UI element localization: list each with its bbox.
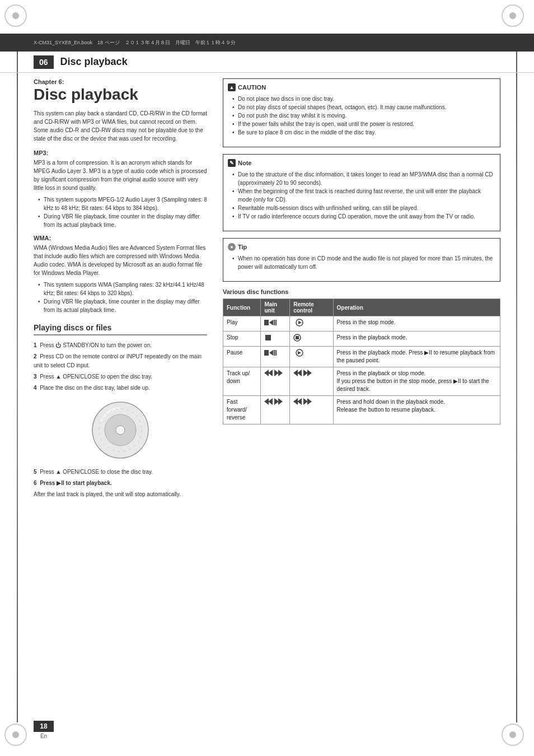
row-play-function: Play — [223, 316, 261, 332]
row-stop-operation: Press in the playback mode. — [333, 332, 500, 347]
footer: 18 En — [34, 721, 500, 739]
note-title: ✎ Note — [228, 159, 495, 167]
svg-marker-33 — [293, 398, 298, 405]
caution-bullet-1: Do not place two discs in one disc tray. — [233, 95, 495, 103]
play-main-icon — [264, 319, 277, 326]
row-track-operation: Press in the playback or stop mode. If y… — [333, 367, 500, 396]
step-3: 3 Press ▲ OPEN/CLOSE to open the disc tr… — [34, 372, 207, 381]
fast-rev-remote-icon — [303, 398, 312, 405]
disc-illustration — [90, 399, 151, 461]
caution-bullet-4: If the power fails whilst the tray is op… — [233, 120, 495, 128]
mp3-bullets: This system supports MPEG-1/2 Audio Laye… — [34, 195, 207, 229]
corner-decoration-br — [502, 724, 530, 752]
tip-box: ● Tip When no operation has done in CD m… — [223, 238, 500, 282]
pause-main-icon — [264, 349, 277, 357]
file-info: X-CM31_SYXE8_En.book 18 ページ ２０１３年４月８日 月曜… — [34, 39, 236, 46]
caution-bullets: Do not place two discs in one disc tray.… — [228, 95, 495, 137]
svg-marker-31 — [274, 398, 279, 405]
page-number: 18 — [34, 721, 54, 732]
chapter-main-title: Disc playback — [34, 86, 207, 104]
track-up-main-icon — [264, 370, 273, 376]
page-lang: En — [34, 733, 54, 739]
tip-bullet-1: When no operation has done in CD mode an… — [233, 254, 495, 271]
svg-marker-35 — [303, 398, 308, 405]
svg-marker-29 — [264, 398, 269, 405]
step-text-2: Press CD on the remote control or INPUT … — [34, 353, 202, 368]
wma-bullets: This system supports WMA (Sampling rates… — [34, 281, 207, 314]
svg-marker-32 — [278, 398, 283, 405]
svg-point-2 — [116, 426, 125, 435]
tip-title: ● Tip — [228, 243, 495, 251]
row-track-remote — [290, 367, 333, 396]
disc-image-container — [34, 399, 207, 461]
row-track-function: Track up/ down — [223, 367, 261, 396]
svg-marker-20 — [298, 351, 301, 354]
svg-rect-6 — [274, 320, 275, 325]
row-play-operation: Press in the stop mode. — [333, 316, 500, 332]
step-num-1: 1 — [34, 342, 37, 348]
chapter-header: 06 Disc playback — [0, 52, 534, 73]
step-6-note: After the last track is played, the unit… — [34, 490, 207, 498]
svg-rect-17 — [274, 350, 275, 356]
fast-rev-main-icon — [274, 398, 283, 405]
svg-rect-18 — [275, 350, 277, 356]
row-play-main — [261, 316, 290, 332]
row-stop-function: Stop — [223, 332, 261, 347]
wma-bullet-2: During VBR file playback, time counter i… — [39, 297, 207, 314]
caution-bullet-5: Be sure to place 8 cm disc in the middle… — [233, 128, 495, 137]
row-stop-main — [261, 332, 290, 347]
step-text-1: Press ⏻ STANDBY/ON to turn the power on. — [40, 342, 152, 348]
row-fast-main — [261, 396, 290, 424]
step-2: 2 Press CD on the remote control or INPU… — [34, 352, 207, 370]
mp3-bullet-1: This system supports MPEG-1/2 Audio Laye… — [39, 195, 207, 212]
svg-marker-26 — [297, 370, 302, 376]
svg-marker-25 — [293, 370, 298, 376]
svg-rect-7 — [275, 320, 277, 325]
svg-marker-30 — [268, 398, 273, 405]
row-fast-operation: Press and hold down in the playback mode… — [333, 396, 500, 424]
table-row-track: Track up/ down — [223, 367, 500, 396]
track-up-remote-icon — [293, 370, 302, 376]
wma-heading: WMA: — [34, 235, 207, 241]
svg-marker-23 — [274, 370, 279, 376]
note-label: Note — [238, 160, 251, 166]
svg-marker-5 — [269, 320, 273, 325]
mp3-bullet-2: During VBR file playback, time counter i… — [39, 212, 207, 229]
table-row-play: Play — [223, 316, 500, 332]
corner-decoration-tr — [502, 4, 530, 32]
svg-marker-21 — [264, 370, 269, 376]
chapter-label: Chapter 6: — [34, 78, 207, 85]
play-remote-icon — [293, 319, 306, 326]
svg-marker-36 — [307, 398, 312, 405]
svg-marker-28 — [307, 370, 312, 376]
stop-main-icon — [264, 334, 272, 342]
step-5: 5 Press ▲ OPEN/CLOSE to close the disc t… — [34, 468, 207, 477]
wma-bullet-1: This system supports WMA (Sampling rates… — [39, 281, 207, 297]
track-down-remote-icon — [303, 370, 312, 376]
row-pause-function: Pause — [223, 347, 261, 367]
wma-text: WMA (Windows Media Audio) files are Adva… — [34, 244, 207, 277]
col-function: Function — [223, 299, 261, 316]
table-row-fast: Fast forward/ reverse — [223, 396, 500, 424]
caution-label: CAUTION — [238, 84, 266, 91]
header-bar: X-CM31_SYXE8_En.book 18 ページ ２０１３年４月８日 月曜… — [0, 34, 534, 52]
playing-section: Playing discs or files 1 Press ⏻ STANDBY… — [34, 323, 207, 498]
step-num-3: 3 — [34, 374, 37, 380]
step-num-2: 2 — [34, 353, 37, 360]
tip-icon: ● — [228, 243, 236, 251]
step-num-5: 5 — [34, 469, 37, 475]
caution-bullet-2: Do not play discs of special shapes (hea… — [233, 103, 495, 111]
step-num-4: 4 — [34, 385, 37, 391]
tip-label: Tip — [238, 244, 247, 250]
step-6: 6 Press ▶II to start playback. — [34, 479, 207, 488]
pause-remote-icon — [293, 349, 306, 357]
note-bullet-4: If TV or radio interference occurs durin… — [233, 212, 495, 221]
row-pause-main — [261, 347, 290, 367]
col-remote: Remote control — [290, 299, 333, 316]
caution-title: ▲ CAUTION — [228, 83, 495, 91]
step-num-6: 6 — [34, 480, 37, 486]
caution-box: ▲ CAUTION Do not place two discs in one … — [223, 78, 500, 147]
corner-decoration-tl — [4, 4, 32, 32]
content-area: Chapter 6: Disc playback This system can… — [34, 78, 500, 717]
right-border — [516, 34, 517, 722]
